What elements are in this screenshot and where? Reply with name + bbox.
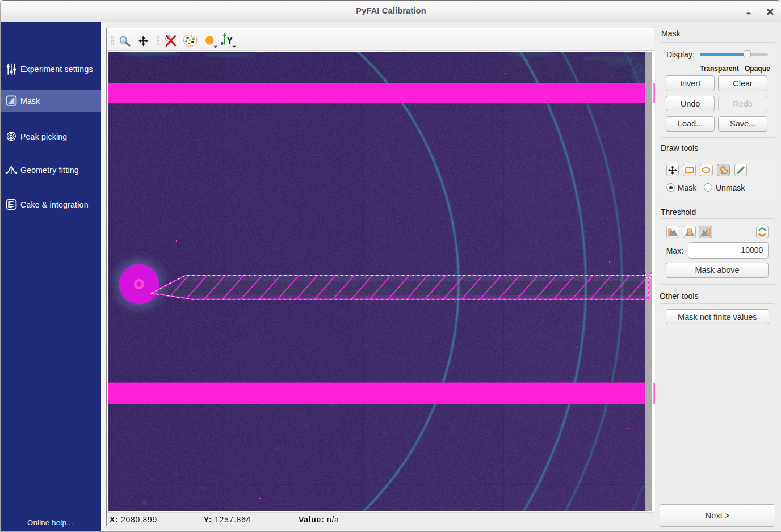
- svg-text:Y: Y: [227, 36, 233, 45]
- svg-text:0: 0: [221, 41, 224, 46]
